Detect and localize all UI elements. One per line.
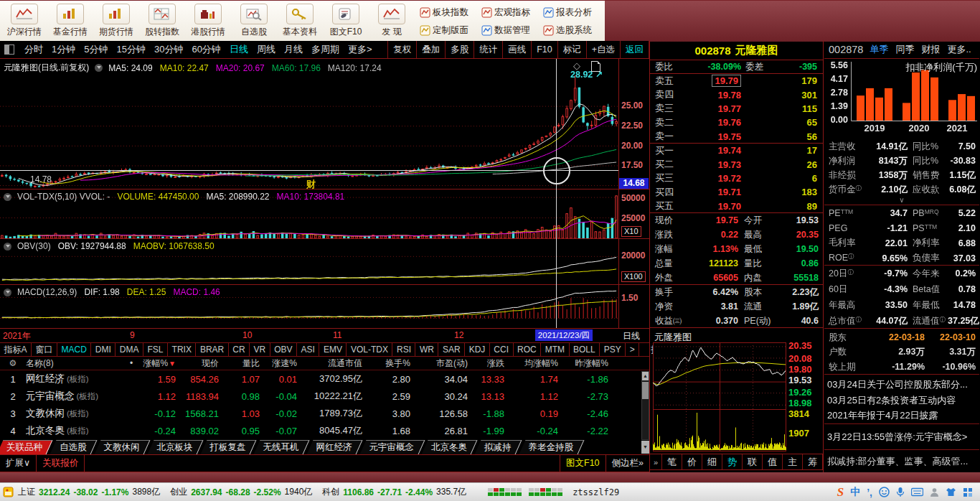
mini-tab-筹[interactable]: 筹 <box>803 454 823 469</box>
indicator-tab-EMV[interactable]: EMV <box>319 343 347 356</box>
mini-tab-细[interactable]: 细 <box>702 454 722 469</box>
index-quote-上证[interactable]: 上证3212.24-38.02-1.17%3898亿 <box>18 486 160 498</box>
bottom-tab-文教休闲[interactable]: 文教休闲 <box>98 440 147 454</box>
news-item[interactable]: 2021年年报于4月22日披露 <box>824 408 979 423</box>
indicator-tab-指标A[interactable]: 指标A <box>0 343 32 356</box>
toolbar-item-data-manage[interactable]: 数据管理 <box>481 22 543 39</box>
rp-tab-财报[interactable]: 财报 <box>921 43 940 56</box>
table-row-北京冬奥[interactable]: 4北京冬奥(板指)-0.24839.020.95-0.078045.47亿1.6… <box>0 422 649 439</box>
ob-price[interactable]: 19.77 <box>685 103 741 114</box>
column-header-昨涨幅%[interactable]: 昨涨幅% <box>558 357 608 370</box>
tab-overflow-button[interactable]: ▼ <box>641 441 649 454</box>
table-row-网红经济[interactable]: 1网红经济(板指)1.59854.261.070.013702.95亿2.803… <box>0 370 649 388</box>
collapse-chevron-icon[interactable] <box>95 64 103 72</box>
indicator-tab-DMA[interactable]: DMA <box>116 343 143 356</box>
indicator-tab-SAR[interactable]: SAR <box>438 343 465 356</box>
period-tab-分时[interactable]: 分时 <box>20 43 47 56</box>
app-status-icon[interactable] <box>3 487 14 498</box>
chart-button-画线[interactable]: 画线 <box>503 41 532 58</box>
person-icon[interactable] <box>930 487 939 497</box>
daily-candlestick-chart[interactable] <box>0 60 618 189</box>
ob-price[interactable]: 19.70 <box>685 201 741 212</box>
period-tab-月线[interactable]: 月线 <box>280 43 307 56</box>
indicator-tab-窗口[interactable]: 窗口 <box>32 343 57 356</box>
ob-price[interactable]: 19.71 <box>685 187 741 197</box>
table-scrollbar[interactable]: ▲ <box>641 371 649 440</box>
period-tab-多周期[interactable]: 多周期 <box>307 43 344 56</box>
column-header-市盈(动)[interactable]: 市盈(动) <box>410 357 468 370</box>
period-tab-5分钟[interactable]: 5分钟 <box>80 43 112 56</box>
layout-toggle-icon[interactable] <box>4 45 14 55</box>
indicator-tab-VR[interactable]: VR <box>250 343 270 356</box>
toolbar-item-f10-doc[interactable]: 图文F10 <box>323 2 369 38</box>
intraday-mini-chart[interactable] <box>653 342 786 451</box>
toolbar-item-report-analysis[interactable]: 报表分析 <box>543 4 605 22</box>
indicator-tab-OBV[interactable]: OBV <box>270 343 297 356</box>
indicator-tab-MTM[interactable]: MTM <box>541 343 569 356</box>
keyboard-icon[interactable] <box>911 487 923 497</box>
indicator-tab-KDJ[interactable]: KDJ <box>465 343 490 356</box>
indicator-tab-PSY[interactable]: PSY <box>600 343 626 356</box>
note-page-icon[interactable] <box>591 61 600 72</box>
table-row-元宇宙概念[interactable]: 2元宇宙概念(板指)1.121183.940.98-0.0410222.21亿2… <box>0 388 649 405</box>
expand-button[interactable]: 扩展∨ <box>0 455 37 472</box>
chart-button-复权[interactable]: 复权 <box>388 41 417 58</box>
bottom-tab-养老金持股[interactable]: 养老金持股 <box>522 440 581 454</box>
toolbar-item-stock-picker[interactable]: 选股系统 <box>543 22 605 39</box>
toolbar-item-macro-indicator[interactable]: 宏观指标 <box>481 4 543 22</box>
linked-quote-tab[interactable]: 关联报价 <box>37 455 85 472</box>
index-quote-创业[interactable]: 创业2637.94-68.28-2.52%1940亿 <box>170 486 312 498</box>
period-tab-周线[interactable]: 周线 <box>253 43 280 56</box>
bottom-tab-北京冬奥[interactable]: 北京冬奥 <box>425 440 474 454</box>
bottom-tab-自选股[interactable]: 自选股 <box>53 440 94 454</box>
index-quote-科创[interactable]: 科创1106.86-27.71-2.44%335.7亿 <box>322 486 466 498</box>
bottom-tab-关联品种[interactable]: 关联品种 <box>0 440 50 454</box>
period-tab-30分钟[interactable]: 30分钟 <box>150 43 187 56</box>
indicator-tab-BOLL[interactable]: BOLL <box>570 343 600 356</box>
column-header-换手%[interactable]: 换手% <box>362 357 410 370</box>
ob-price[interactable]: 19.75 <box>685 131 741 142</box>
toolbar-item-discover[interactable]: 发 现 <box>369 2 415 38</box>
toolbar-item-hk-market[interactable]: 港股行情 <box>185 2 231 38</box>
ob-price[interactable]: 19.73 <box>685 159 741 170</box>
indicator-tab->[interactable]: > <box>626 343 639 356</box>
toolbar-item-index-transfer[interactable]: 股转指数 <box>139 2 185 38</box>
collapse-chevron-icon[interactable] <box>4 289 11 296</box>
bottom-tab-拟减持[interactable]: 拟减持 <box>478 440 519 454</box>
bottom-tab-北京板块[interactable]: 北京板块 <box>151 440 200 454</box>
pinyin-icon[interactable]: 中 <box>850 486 860 499</box>
chart-button-叠加[interactable]: 叠加 <box>417 41 446 58</box>
ob-price[interactable]: 19.74 <box>685 145 741 156</box>
mini-tab-主[interactable]: 主 <box>783 454 803 469</box>
scroll-up-icon[interactable]: ▲ <box>642 372 649 380</box>
skin-icon[interactable] <box>946 487 956 497</box>
quote-table-header[interactable]: ⚙名称(8)•涨幅%▼现价量比涨速%流通市值换手%市盈(动)涨跌均涨幅%昨涨幅% <box>0 357 649 370</box>
chart-button-标记[interactable]: 标记 <box>558 41 587 58</box>
column-header-涨幅%[interactable]: 涨幅%▼ <box>136 357 176 370</box>
chart-button-统计[interactable]: 统计 <box>474 41 503 58</box>
emoji-icon[interactable] <box>879 487 890 497</box>
diamond-marker-icon[interactable]: ◇ <box>573 60 580 71</box>
sidebar-toggle[interactable]: 侧边栏» <box>606 455 649 472</box>
toolbar-item-basic-info[interactable]: 基本资料 <box>277 2 323 38</box>
chart-button-多股[interactable]: 多股 <box>446 41 474 58</box>
rp-tab-单季[interactable]: 单季 <box>870 43 888 56</box>
period-tab-1分钟[interactable]: 1分钟 <box>47 43 80 56</box>
scrollbar-thumb[interactable] <box>642 382 649 399</box>
section-chevron-icon[interactable]: ∨ <box>824 197 979 205</box>
sogou-icon[interactable]: S <box>837 486 844 498</box>
mini-tab-势[interactable]: 势 <box>722 454 743 469</box>
indicator-tab-WR[interactable]: WR <box>415 343 438 356</box>
toolbar-item-watchlist[interactable]: 自选股 <box>231 2 277 38</box>
column-header-•[interactable]: • <box>126 358 136 368</box>
indicator-tab-CR[interactable]: CR <box>229 343 250 356</box>
ob-price[interactable]: 19.79 <box>685 75 741 86</box>
column-header-均涨幅%[interactable]: 均涨幅% <box>504 357 558 370</box>
indicator-tab-ASI[interactable]: ASI <box>297 343 319 356</box>
toolbar-item-hs-market[interactable]: 沪深行情 <box>1 2 47 38</box>
toolbar-item-custom-layout[interactable]: 定制版面 <box>420 22 481 39</box>
ob-price[interactable]: 19.76 <box>685 117 741 128</box>
table-row-文教休闲[interactable]: 3文教休闲(板指)-0.121568.211.03-0.021789.73亿3.… <box>0 405 649 422</box>
limit-up-news[interactable]: 3月22日13:55曾涨停:元宇宙概念> <box>824 424 979 450</box>
comma-icon[interactable]: ’, <box>867 487 872 498</box>
